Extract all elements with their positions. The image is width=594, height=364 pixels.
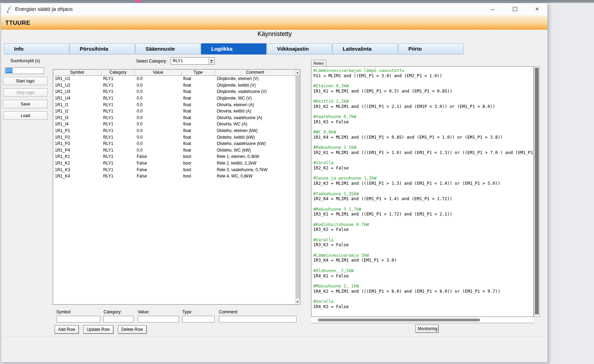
- cell-category: RLY1: [101, 154, 135, 159]
- notes-line: [313, 202, 534, 207]
- table-row[interactable]: 1R1_I1 RLY1 0.0 float Olovirta, eteinen …: [53, 101, 295, 108]
- sidebar-button[interactable]: Stop logic: [3, 88, 48, 97]
- notes-line: 1R2_K1 = MLIM1 and (((EM1_P1 > 1.0) and …: [313, 150, 534, 155]
- cell-value: 0.0: [135, 96, 181, 101]
- tab[interactable]: Logiikka: [201, 43, 266, 54]
- cell-value: 0.0: [135, 122, 181, 126]
- notes-vscrollbar[interactable]: [534, 66, 540, 317]
- cell-type: float: [181, 96, 215, 101]
- cell-symbol: 1R1_P3: [53, 141, 101, 146]
- form-button[interactable]: Delete Row: [118, 325, 146, 334]
- tab[interactable]: Viikkoajastin: [267, 43, 332, 54]
- column-header-comment[interactable]: Comment: [215, 70, 295, 75]
- table-row[interactable]: 1R1_K2 RLY1 False bool Rele 2, keittiö, …: [53, 160, 295, 167]
- table-row[interactable]: 1R1_P1 RLY1 0.0 float Oloteho, eteinen (…: [53, 128, 295, 134]
- value-field[interactable]: [138, 316, 179, 322]
- close-icon: ✕: [535, 6, 539, 12]
- notes-line: [313, 94, 534, 99]
- table-row[interactable]: 1R1_P2 RLY1 0.0 float Oloteho, keittiö (…: [53, 134, 295, 140]
- table-row[interactable]: 1R1_K4 RLY1 False bool Rele 4, WC, 0,8kW: [53, 173, 295, 180]
- category-combobox[interactable]: RLY1: [171, 57, 215, 65]
- notes-editor[interactable]: #Lämminvesivaraajan lämpö saavutettu FG1…: [311, 66, 534, 317]
- notes-line: [313, 263, 534, 268]
- cell-comment: Oloteho, vaatehuone (kW): [215, 141, 295, 146]
- cycle-input[interactable]: 300: [5, 67, 44, 74]
- cycle-label: Suoritussykli (s): [2, 58, 48, 63]
- table-row[interactable]: 1R1_U4 RLY1 0.0 float Olojännite, WC (V): [53, 95, 295, 102]
- tab[interactable]: Sääennuste: [135, 43, 201, 54]
- table-row[interactable]: 1R1_U1 RLY1 0.0 float Olojännite, eteine…: [53, 75, 295, 82]
- type-field[interactable]: [182, 316, 215, 322]
- cell-symbol: 1R1_K3: [53, 167, 101, 172]
- screen: Energian säätö ja ohjaus ✕ TTUURE Käynni…: [0, 0, 594, 364]
- cell-comment: Olovirta, eteinen (A): [215, 102, 295, 107]
- cell-category: RLY1: [101, 167, 135, 172]
- cell-comment: Olojännite, vaatehuone (V): [215, 89, 295, 94]
- tab[interactable]: Info: [4, 43, 69, 54]
- close-button[interactable]: ✕: [526, 3, 548, 15]
- notes-line: #Varalla: [313, 160, 534, 166]
- cell-value: 0.0: [135, 135, 181, 140]
- sidebar-button[interactable]: Start logic: [3, 77, 48, 85]
- category-field-label: Category:: [103, 310, 122, 314]
- cell-comment: Rele 1, eteinen, 0,3kW: [215, 154, 295, 159]
- table-row[interactable]: 1R1_I4 RLY1 0.0 float Olovirta, WC (A): [53, 121, 295, 128]
- scroll-down-icon[interactable]: [295, 299, 300, 304]
- tab[interactable]: Laitevalinta: [332, 43, 398, 54]
- table-row[interactable]: 1R1_U2 RLY1 0.0 float Olojännite, keitti…: [53, 82, 295, 89]
- scroll-up-icon[interactable]: [295, 70, 300, 75]
- sidebar-button[interactable]: Load: [3, 111, 48, 120]
- cell-symbol: 1R1_P1: [53, 128, 101, 133]
- notes-line: #Olohuone, 2,5kW: [313, 268, 534, 274]
- tab[interactable]: Pörssihinta: [70, 43, 135, 54]
- notes-line: [313, 125, 534, 130]
- form-button[interactable]: Update Row: [83, 325, 113, 334]
- cell-type: float: [181, 135, 215, 140]
- table-row[interactable]: 1R1_K3 RLY1 False bool Rele 3, vaatehuon…: [53, 166, 295, 173]
- sidebar-button[interactable]: Save: [3, 100, 48, 108]
- column-header-category[interactable]: Category: [101, 70, 135, 75]
- table-scrollbar[interactable]: [295, 70, 300, 304]
- table-row[interactable]: 1R1_P3 RLY1 0.0 float Oloteho, vaatehuon…: [53, 140, 295, 147]
- column-header-symbol[interactable]: Symbol: [53, 70, 101, 75]
- notes-hscrollbar[interactable]: [311, 317, 534, 323]
- cell-type: bool: [181, 167, 215, 172]
- table-row[interactable]: 1R1_I2 RLY1 0.0 float Olovirta, keittiö …: [53, 108, 295, 115]
- cell-type: bool: [181, 174, 215, 179]
- cell-value: False: [135, 154, 181, 159]
- notes-hscrollbar-thumb[interactable]: [318, 319, 480, 321]
- notes-vscrollbar-thumb[interactable]: [535, 68, 539, 314]
- cell-symbol: 1R1_U1: [53, 76, 101, 81]
- cell-symbol: 1R1_K1: [53, 154, 101, 159]
- cell-category: RLY1: [101, 83, 135, 88]
- notes-line: 1R1_K2 = MLIM1 and (((EM1_P1 > 2.1) and …: [313, 104, 534, 109]
- notes-line: #Makuuhuone 1 1kW: [313, 145, 534, 150]
- notes-line: 1R2_K2 = False: [313, 166, 534, 171]
- comment-field[interactable]: [219, 316, 296, 322]
- tab[interactable]: Piirto: [398, 43, 464, 54]
- value-field-label: Value:: [138, 310, 149, 314]
- maximize-button[interactable]: [504, 3, 526, 15]
- symbol-field[interactable]: [56, 316, 100, 322]
- notes-line: #Eteinen 0,3kW: [313, 83, 534, 89]
- cell-symbol: 1R1_U2: [53, 83, 101, 88]
- notes-line: #Kodinhoitohuone 0.7kW: [313, 222, 534, 227]
- table-row[interactable]: 1R1_K1 RLY1 False bool Rele 1, eteinen, …: [53, 153, 295, 160]
- table-row[interactable]: 1R1_U3 RLY1 0.0 float Olojännite, vaateh…: [53, 88, 295, 95]
- table-row[interactable]: 1R1_I3 RLY1 0.0 float Olovirta, vaatehuo…: [53, 115, 295, 121]
- chevron-down-icon[interactable]: [208, 58, 214, 64]
- cell-comment: Olovirta, vaatehuone (A): [215, 115, 295, 120]
- column-header-value[interactable]: Value: [135, 70, 181, 75]
- cell-value: 0.0: [135, 115, 181, 120]
- table-scrollbar-thumb[interactable]: [296, 75, 300, 299]
- column-header-type[interactable]: Type: [181, 70, 215, 75]
- table-row[interactable]: 1R1_P4 RLY1 0.0 float Oloteho, WC (kW): [53, 147, 295, 154]
- notes-tab[interactable]: Notes: [311, 60, 326, 66]
- form-button[interactable]: Add Row: [55, 325, 79, 334]
- notes-line: #Lämminvesivaraaja 3kW: [313, 253, 534, 258]
- status-heading: Käynnistetty: [1, 30, 548, 38]
- monitoring-button[interactable]: Monitoring: [415, 325, 438, 333]
- minimize-button[interactable]: [481, 3, 504, 15]
- category-field[interactable]: [103, 316, 134, 322]
- cell-symbol: 1R1_P4: [53, 148, 101, 153]
